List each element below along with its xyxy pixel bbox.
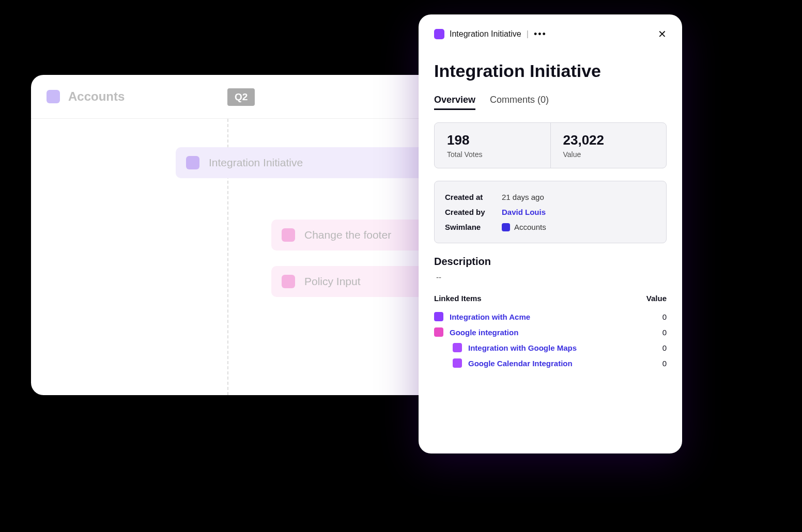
card-color-chip [282,228,295,242]
linked-item-value: 0 [662,328,667,337]
linked-item-row[interactable]: Integration with Acme 0 [434,309,667,324]
more-menu-icon[interactable]: ••• [534,29,547,40]
linked-item-value: 0 [662,312,667,321]
panel-header: Integration Initiative | ••• ✕ [434,28,667,40]
meta-label: Created by [445,208,502,216]
board-header: Accounts Q2 [31,75,470,119]
meta-created-by: Created by David Louis [445,205,656,220]
created-by-link[interactable]: David Louis [502,208,546,216]
stat-value: 198 [447,132,538,148]
linked-item-chip [434,312,443,321]
swimlane-color-chip [47,90,60,103]
meta-value: Accounts [514,223,546,231]
breadcrumb[interactable]: Integration Initiative [450,29,521,39]
item-color-chip [434,29,444,39]
description-body[interactable]: -- [434,273,667,281]
tab-comments[interactable]: Comments (0) [490,95,549,110]
quarter-badge: Q2 [227,88,255,106]
linked-item-value: 0 [662,359,667,368]
linked-item-name[interactable]: Integration with Acme [450,312,662,321]
linked-item-chip [434,327,443,337]
detail-panel: Integration Initiative | ••• ✕ Integrati… [419,14,682,453]
linked-item-value: 0 [662,343,667,352]
linked-item-row[interactable]: Google integration 0 [434,324,667,340]
card-label: Change the footer [304,229,391,241]
close-icon[interactable]: ✕ [658,28,667,40]
meta-swimlane: Swimlane Accounts [445,220,656,234]
meta-label: Created at [445,193,502,201]
linked-item-name[interactable]: Integration with Google Maps [468,343,662,352]
swimlane-chip [502,223,510,231]
stats-box: 198 Total Votes 23,022 Value [434,122,667,168]
card-label: Policy Input [304,275,361,288]
roadmap-card[interactable]: Integration Initiative ••• [176,147,444,178]
linked-item-name[interactable]: Google integration [450,328,662,337]
linked-item-chip [453,343,462,352]
linked-items-label: Linked Items [434,294,482,303]
linked-items-header: Linked Items Value [434,294,667,303]
linked-item-row[interactable]: Integration with Google Maps 0 [434,340,667,355]
tab-overview[interactable]: Overview [434,95,475,110]
stat-label: Total Votes [447,150,538,159]
linked-item-chip [453,358,462,368]
stat-total-votes: 198 Total Votes [435,123,551,168]
card-color-chip [186,156,199,169]
stat-value: 23,022 [563,132,654,148]
card-color-chip [282,275,295,288]
meta-value: 21 days ago [502,193,544,201]
stat-value-amount: 23,022 Value [551,123,667,168]
meta-box: Created at 21 days ago Created by David … [434,181,667,243]
item-title: Integration Initiative [434,61,667,81]
stat-label: Value [563,150,654,159]
description-heading: Description [434,256,667,268]
card-label: Integration Initiative [209,157,303,169]
linked-item-name[interactable]: Google Calendar Integration [468,359,662,368]
breadcrumb-separator: | [527,29,529,39]
swimlane-title: Accounts [68,89,125,104]
linked-value-label: Value [646,294,667,303]
roadmap-board: Accounts Q2 Integration Initiative ••• C… [31,75,470,395]
meta-label: Swimlane [445,223,502,231]
linked-item-row[interactable]: Google Calendar Integration 0 [434,355,667,371]
meta-created-at: Created at 21 days ago [445,190,656,205]
tab-bar: Overview Comments (0) [434,95,667,110]
